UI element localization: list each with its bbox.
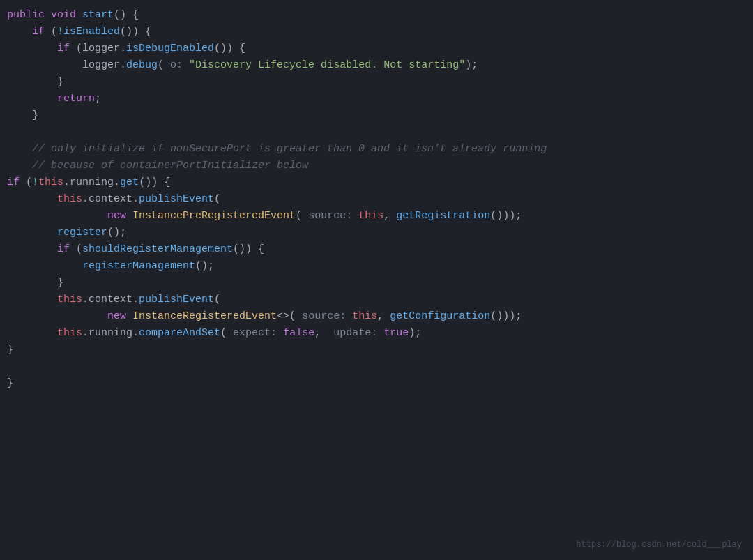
code-line-20: this.running.compareAndSet( expect: fals…: [7, 325, 739, 342]
code-line-18: this.context.publishEvent(: [7, 292, 739, 308]
code-line-21: }: [7, 342, 739, 358]
code-line-4: logger.debug( o: "Discovery Lifecycle di…: [7, 57, 739, 74]
code-line-12: this.context.publishEvent(: [7, 191, 739, 208]
code-line-17: }: [7, 275, 739, 292]
code-line-16: registerManagement();: [7, 258, 739, 275]
code-line-3: if (logger.isDebugEnabled()) {: [7, 40, 739, 57]
code-line-14: register();: [7, 225, 739, 241]
code-line-7: }: [7, 107, 739, 124]
code-line-6: return;: [7, 91, 739, 107]
code-line-15: if (shouldRegisterManagement()) {: [7, 241, 739, 258]
code-line-11: if (!this.running.get()) {: [7, 174, 739, 191]
code-editor: public void start() { if (!isEnabled()) …: [0, 0, 753, 560]
code-line-9: // only initialize if nonSecurePort is g…: [7, 141, 739, 158]
code-line-1: public void start() {: [7, 7, 739, 24]
code-line-22: [7, 358, 739, 375]
code-line-8: [7, 124, 739, 141]
code-line-5: }: [7, 74, 739, 91]
code-line-2: if (!isEnabled()) {: [7, 24, 739, 40]
code-line-23: }: [7, 375, 739, 392]
code-line-10: // because of containerPortInitializer b…: [7, 158, 739, 174]
code-line-13: new InstancePreRegisteredEvent( source: …: [7, 208, 739, 225]
code-line-19: new InstanceRegisteredEvent<>( source: t…: [7, 308, 739, 325]
watermark: https://blog.csdn.net/cold___play: [576, 538, 742, 552]
